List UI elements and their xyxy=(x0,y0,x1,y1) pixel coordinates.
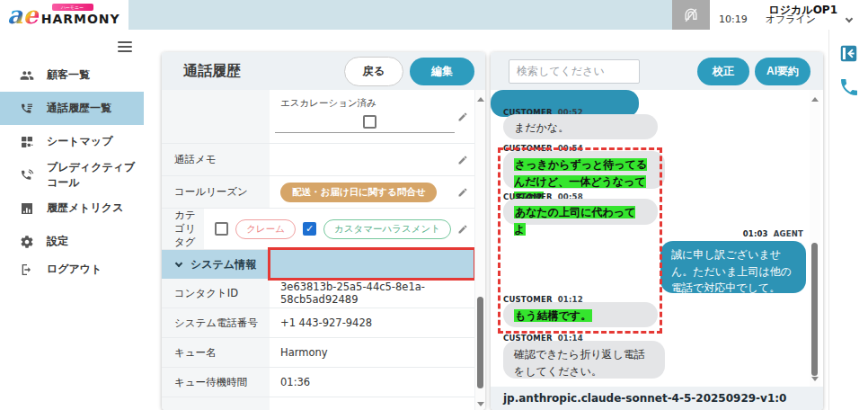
sidebar-item-label: 履歴メトリクス xyxy=(47,201,123,216)
tag-pill-claim: クレーム xyxy=(235,219,296,239)
system-row-queue-wait-time: キュー待機時間 01:36 xyxy=(162,368,474,397)
phone-wave-icon xyxy=(20,168,34,183)
system-info-section-header[interactable]: システム情報 xyxy=(162,250,474,279)
sidebar-item-label: ログアウト xyxy=(47,262,102,277)
hamburger-menu-icon[interactable] xyxy=(118,41,132,52)
call-reason-badge: 配送・お届け日に関する問合せ xyxy=(280,183,437,202)
transcript-panel: 校正 AI要約 CUSTOMER00:52 まだかな。 CUSTOMER00:5… xyxy=(491,52,823,410)
memo-label: 通話メモ xyxy=(162,144,270,175)
bar-chart-icon xyxy=(20,201,34,216)
grid-icon xyxy=(20,135,34,149)
headset-off-icon xyxy=(682,6,700,24)
call-detail-body: エスカレーション済み 通話メモ コールリーズン xyxy=(162,90,485,410)
category-label: カテゴリタグ xyxy=(162,209,204,249)
edit-pencil-icon[interactable] xyxy=(457,111,468,122)
contact-id-value: 3e63813b-25a5-44c5-8e1a-58cb5ad92489 xyxy=(280,281,451,306)
call-detail-panel: 通話履歴 戻る 編集 エスカレーション済み 通話メモ xyxy=(162,52,485,410)
user-status: オフライン xyxy=(766,13,816,26)
logo-glyph-icon: ae xyxy=(7,3,39,27)
sidebar: 顧客一覧 通話履歴一覧 シートマップ プレディクティブコール 履歴メトリクス 設… xyxy=(0,30,144,410)
system-row-queue-name: キュー名 Harmony xyxy=(162,338,474,368)
edit-pencil-icon[interactable] xyxy=(457,224,468,235)
people-icon xyxy=(20,68,34,83)
call-log-icon xyxy=(20,102,34,116)
proofread-button[interactable]: 校正 xyxy=(697,58,749,85)
sidebar-item-label: 通話履歴一覧 xyxy=(47,101,111,116)
field-row-category-tags: カテゴリタグ クレーム カスタマーハラスメント xyxy=(162,209,474,250)
scrollbar-thumb[interactable] xyxy=(477,297,483,388)
sidebar-item-label: シートマップ xyxy=(47,134,112,149)
status-dropdown-chevron-icon[interactable] xyxy=(846,15,853,22)
app-logo[interactable]: ae ハーモニー HARMONY xyxy=(0,0,128,30)
system-row-phone-number: システム電話番号 +1 443-927-9428 xyxy=(162,308,474,338)
logout-icon xyxy=(20,263,34,277)
sidebar-item-label: 顧客一覧 xyxy=(47,67,90,83)
system-phone-value: +1 443-927-9428 xyxy=(280,316,372,329)
tag-pill-harassment: カスタマーハラスメント xyxy=(323,219,451,239)
field-row-partial xyxy=(162,397,474,410)
message-meta: 01:03AGENT xyxy=(743,229,803,238)
escalation-label: エスカレーション済み xyxy=(280,97,376,110)
tag-checkbox-harassment[interactable] xyxy=(303,222,316,236)
transcript-body: CUSTOMER00:52 まだかな。 CUSTOMER00:54 さっきからず… xyxy=(491,90,823,387)
right-icon-strip xyxy=(828,30,868,410)
model-id-bar: jp.anthropic.claude-sonnet-4-5-20250929-… xyxy=(491,387,823,410)
customer-message-highlighted: もう結構です。 xyxy=(503,302,658,327)
app-root: ae ハーモニー HARMONY 10:19 ロジカルOP1 オフライン 顧客一… xyxy=(0,0,868,410)
sidebar-item-predictive-call[interactable]: プレディクティブコール xyxy=(0,158,144,192)
detail-scrollbar[interactable] xyxy=(474,90,485,410)
sidebar-item-seat-map[interactable]: シートマップ xyxy=(0,125,144,158)
phone-call-icon[interactable] xyxy=(838,76,860,98)
scroll-up-arrow[interactable] xyxy=(477,97,484,102)
sidebar-item-label: プレディクティブコール xyxy=(47,160,144,191)
system-row-contact-id: コンタクトID 3e63813b-25a5-44c5-8e1a-58cb5ad9… xyxy=(162,279,474,308)
brand-name: HARMONY xyxy=(41,12,120,26)
escalation-checkbox[interactable] xyxy=(363,115,376,129)
sidebar-item-call-history[interactable]: 通話履歴一覧 xyxy=(0,92,144,125)
scrollbar-thumb[interactable] xyxy=(811,243,818,376)
field-underline xyxy=(275,132,455,133)
chevron-down-icon xyxy=(175,259,182,266)
agent-message: 誠に申し訳ございません。ただいま上司は他の電話で対応中でして。 xyxy=(660,241,806,293)
call-reason-label: コールリーズン xyxy=(162,176,270,208)
edit-pencil-icon[interactable] xyxy=(457,155,468,165)
scroll-down-arrow[interactable] xyxy=(811,377,819,381)
user-info: 10:19 ロジカルOP1 オフライン xyxy=(710,0,868,30)
call-detail-header: 通話履歴 戻る 編集 xyxy=(162,52,485,90)
customer-message-highlighted: あなたの上司に代わってよ xyxy=(503,199,658,225)
transcript-scrollbar[interactable] xyxy=(810,90,820,387)
sidebar-item-history-metrics[interactable]: 履歴メトリクス xyxy=(0,192,144,225)
scroll-up-arrow[interactable] xyxy=(811,97,819,102)
customer-message: まだかな。 xyxy=(503,114,658,139)
field-row-escalation: エスカレーション済み xyxy=(162,90,474,144)
tag-checkbox-claim[interactable] xyxy=(215,222,228,236)
gear-icon xyxy=(20,235,34,249)
scroll-down-arrow[interactable] xyxy=(477,402,484,406)
system-info-title: システム情報 xyxy=(190,257,256,272)
top-bar: ae ハーモニー HARMONY 10:19 ロジカルOP1 オフライン xyxy=(0,0,868,30)
edit-pencil-icon[interactable] xyxy=(457,187,468,198)
edit-button[interactable]: 編集 xyxy=(410,58,474,85)
logo-ribbon: ハーモニー xyxy=(52,4,93,11)
ai-summary-button[interactable]: AI要約 xyxy=(755,58,810,85)
clock: 10:19 xyxy=(719,13,748,25)
queue-wait-value: 01:36 xyxy=(280,376,310,388)
collapse-panel-icon[interactable] xyxy=(839,44,858,63)
model-id: jp.anthropic.claude-sonnet-4-5-20250929-… xyxy=(503,392,786,405)
field-row-memo: 通話メモ xyxy=(162,144,474,176)
page-title: 通話履歴 xyxy=(173,62,344,81)
search-input[interactable] xyxy=(509,59,640,84)
transcript-header: 校正 AI要約 xyxy=(491,52,823,90)
sidebar-nav: 顧客一覧 通話履歴一覧 シートマップ プレディクティブコール 履歴メトリクス 設… xyxy=(0,58,144,258)
mute-status-box[interactable] xyxy=(672,0,710,30)
back-button[interactable]: 戻る xyxy=(344,57,403,86)
customer-message: 確認できたら折り返し電話をしてください。 xyxy=(503,341,665,379)
customer-message-highlighted: さっきからずっと待ってるんだけど、一体どうなってるの? xyxy=(503,151,665,189)
field-row-call-reason: コールリーズン 配送・お届け日に関する問合せ xyxy=(162,176,474,209)
queue-name-value: Harmony xyxy=(280,346,328,359)
sidebar-item-logout[interactable]: ログアウト xyxy=(0,253,144,286)
sidebar-item-customers[interactable]: 顧客一覧 xyxy=(0,58,144,92)
sidebar-item-label: 設定 xyxy=(47,234,68,249)
